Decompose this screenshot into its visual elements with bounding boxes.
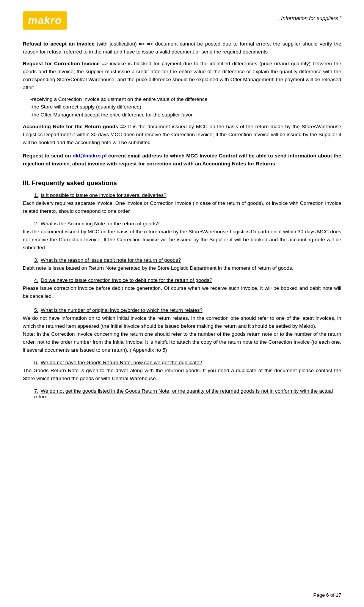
faq-item-3: 3.What is the reason of issue debit note… bbox=[23, 257, 341, 272]
faq-num-6: 6. bbox=[34, 360, 38, 365]
list-item-2: -the Store will correct supply (quantity… bbox=[30, 103, 341, 111]
faq-item-6: 6.We do not have the Goods Return Note, … bbox=[23, 360, 341, 383]
accounting-note-label: Accounting Note for the Return goods => bbox=[23, 124, 126, 129]
intro-para1: Refusal to accept an invoice (with justi… bbox=[23, 40, 341, 56]
refusal-label: Refusal to accept an invoice bbox=[23, 41, 94, 47]
list-item-1: -receiving a Correction Invoice adjustme… bbox=[30, 96, 341, 104]
faq-num-3: 3. bbox=[34, 257, 38, 263]
faq-section: III. Frequently asked questions 1.Is it … bbox=[23, 179, 341, 399]
faq-answer-2: It is the document issued by MCC on the … bbox=[23, 228, 341, 252]
request-section: Request to send on dkf@makro.pl current … bbox=[23, 152, 341, 168]
faq-q7-text: We do not get the goods listed in the Go… bbox=[34, 388, 333, 399]
faq-question-3: 3.What is the reason of issue debit note… bbox=[34, 257, 341, 263]
intro-para3: Accounting Note for the Return goods => … bbox=[23, 123, 341, 147]
faq-answer-4: Please issue correction invoice before d… bbox=[23, 285, 341, 300]
faq-q5-text: What is the number of original invoice/o… bbox=[41, 307, 202, 313]
list-items: -receiving a Correction Invoice adjustme… bbox=[30, 96, 341, 120]
faq-answer-1: Each delivery requires separate invoice.… bbox=[23, 200, 341, 215]
request-correction-label: Request for Correction Invoice bbox=[23, 61, 100, 66]
faq-num-5: 5. bbox=[34, 307, 38, 313]
intro-para2: Request for Correction Invoice => invoic… bbox=[23, 60, 341, 92]
faq-question-5: 5.What is the number of original invoice… bbox=[34, 307, 341, 313]
header-title: „ Information for suppliers ” bbox=[278, 11, 341, 21]
email-link[interactable]: dkf@makro.pl bbox=[72, 153, 107, 159]
faq-item-7: 7.We do not get the goods listed in the … bbox=[23, 388, 341, 399]
logo: makro bbox=[23, 11, 67, 30]
faq-q4-text: Do we have to issue correction invoice t… bbox=[41, 277, 212, 283]
faq-answer-3: Debit note is issue based on Return Note… bbox=[23, 264, 341, 272]
page-number: Page 6 of 17 bbox=[313, 592, 341, 598]
faq-question-6: 6.We do not have the Goods Return Note, … bbox=[34, 360, 341, 365]
faq-question-2: 2.What is the Accounting Note for the re… bbox=[34, 221, 341, 226]
faq-item-4: 4.Do we have to issue correction invoice… bbox=[23, 277, 341, 300]
faq-num-1: 1. bbox=[34, 192, 38, 198]
faq-q2-text: What is the Accounting Note for the retu… bbox=[41, 221, 160, 226]
faq-item-1: 1.Is it possible to issue one invoice fo… bbox=[23, 192, 341, 215]
faq-item-5: 5.What is the number of original invoice… bbox=[23, 307, 341, 354]
faq-answer-5: We do not have information on to which i… bbox=[23, 315, 341, 354]
faq-q6-text: We do not have the Goods Return Note, ho… bbox=[41, 360, 202, 365]
faq-num-7: 7. bbox=[34, 388, 38, 394]
faq-item-2: 2.What is the Accounting Note for the re… bbox=[23, 221, 341, 252]
faq-answer-6: The Goods Return Note is given to the dr… bbox=[23, 367, 341, 383]
faq-q3-text: What is the reason of issue debit note f… bbox=[41, 257, 181, 263]
header: makro „ Information for suppliers ” bbox=[23, 11, 341, 30]
faq-title: III. Frequently asked questions bbox=[23, 179, 341, 187]
footer: Page 6 of 17 bbox=[313, 592, 341, 598]
faq-question-4: 4.Do we have to issue correction invoice… bbox=[34, 277, 341, 283]
faq-num-2: 2. bbox=[34, 221, 38, 226]
faq-question-7: 7.We do not get the goods listed in the … bbox=[34, 388, 341, 399]
request-prefix: Request to send on bbox=[23, 153, 72, 159]
list-item-3: -the Offer Management accept the price d… bbox=[30, 111, 341, 119]
faq-q1-text: Is it possible to issue one invoice for … bbox=[41, 192, 166, 198]
page: makro „ Information for suppliers ” Refu… bbox=[0, 0, 364, 607]
faq-question-1: 1.Is it possible to issue one invoice fo… bbox=[34, 192, 341, 198]
logo-box: makro bbox=[23, 11, 67, 30]
faq-num-4: 4. bbox=[34, 277, 38, 283]
logo-text: makro bbox=[28, 14, 62, 26]
